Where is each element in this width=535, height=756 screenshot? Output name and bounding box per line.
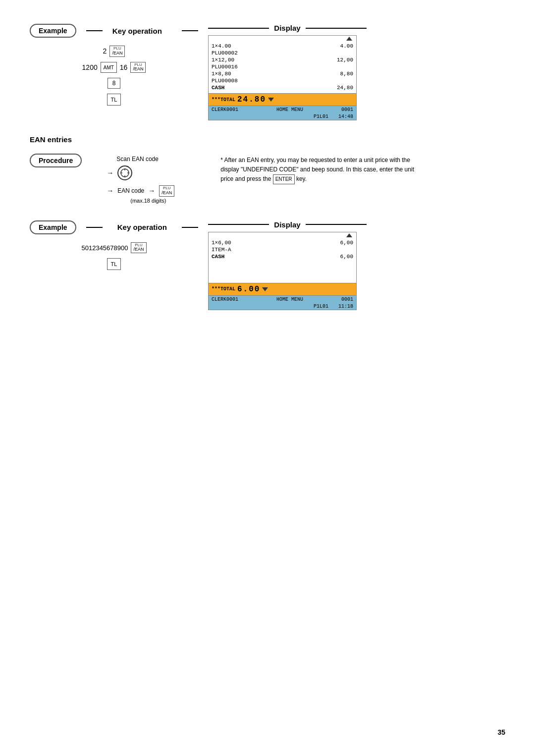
scan-crosshair-icon [117,165,132,180]
row-value [328,78,353,84]
display-row-1b: PLU00002 [212,50,353,56]
procedure-row: Procedure Scan EAN code → [30,151,505,209]
page-number: 35 [497,728,505,736]
row-label [212,268,328,273]
top-triangle-2 [346,233,352,237]
ean-code-label: EAN code [117,187,144,194]
total-label-2: ***TOTAL [212,286,235,292]
ean-note: * After an EAN entry, you may be request… [220,151,428,184]
note-text-content: * After an EAN entry, you may be request… [220,157,414,182]
footer-home-menu: HOME MENU [276,107,303,112]
key-op-diagram-2: 5012345678900 PLU /EAN TL [30,237,198,278]
display-row-1f: PLU00008 [212,77,353,84]
row-value [328,268,353,273]
row-value [328,247,353,253]
row-value [328,274,353,280]
row-value [328,50,353,56]
section2-layout: Example Key operation 5012345678900 PLU … [30,220,505,310]
key-op-diagram-1: 2 PLU /EAN 1200 AMT 16 PLU /EAN [30,41,198,113]
note-text-end: key. [296,175,307,182]
plu-ean-btn-ex2: PLU /EAN [131,242,146,254]
footer-p1l01-2: P1L01 [314,304,328,309]
crosshair-svg [119,167,130,178]
ean-subtext: (max.18 digits) [130,198,196,204]
display-row-2d [212,260,353,267]
plu-ean-btn-2: PLU /EAN [130,62,146,73]
display-total-1: ***TOTAL 24.80 [209,93,356,106]
row-value: 6,00 [328,240,353,246]
row-label [212,274,328,280]
row-label: PLU00002 [212,50,328,56]
footer-clerk-2: CLERK0001 [212,297,238,302]
footer-p1l01-val: P1L01 [314,114,328,119]
plu-ean-proc-btn: PLU /EAN [159,185,174,197]
display-row-2b: ITEM-A [212,246,353,253]
row-value: 6,00 [328,254,353,260]
display-row-1d: PLU00016 [212,63,353,70]
enter-key-inline: ENTER [273,174,295,184]
page: Example Key operation 2 PLU /EAN [0,0,535,345]
row-label: 1×6,00 [212,240,328,246]
display-footer-1b: P1L01 14:48 [209,113,356,120]
display-total-2: ***TOTAL 6.00 [209,283,356,295]
arrow-scan: → [107,169,113,177]
key-number-16: 16 [120,63,128,71]
row-value: 24,80 [328,85,353,91]
example-badge-1: Example [30,24,76,38]
section-1: Example Key operation 2 PLU /EAN [30,24,505,120]
row-value [328,261,353,267]
row-value: 4.00 [328,43,353,49]
total-label-1: ***TOTAL [212,97,235,103]
top-triangle-1 [346,37,352,41]
key-op-header-2: Key operation [112,223,172,231]
footer-home-menu-2: HOME MENU [276,297,303,302]
row-value [328,64,353,70]
section2-top: Example Key operation [30,220,198,234]
arrow-plu-ean: → [148,187,155,195]
key-8: 8 [107,78,120,89]
display-row-2a: 1×6,00 6,00 [212,239,353,246]
footer-num-2: 0001 [341,297,353,302]
key-row-ean-1: 5012345678900 PLU /EAN [81,242,146,254]
procedure-badge-wrap: Procedure [30,151,82,167]
display-header-2: Display [269,220,305,229]
key-row-tl-2: TL [107,258,121,270]
row-value: 8,80 [328,71,353,77]
procedure-diagram: Scan EAN code → [97,151,206,209]
tl-btn-1: TL [107,94,121,106]
display-footer-2b: P1L01 11:18 [209,303,356,310]
display-row-2e [212,267,353,274]
display-row-1g: CASH 24,80 [212,84,353,91]
display-row-1a: 1×4.00 4.00 [212,43,353,50]
display-rows-1: 1×4.00 4.00 PLU00002 1×12,00 12,00 PL [209,41,356,93]
ean-code-line: → EAN code → PLU /EAN [102,185,196,197]
row-label: 1×12,00 [212,57,328,63]
display-row-1e: 1×8,80 8,80 [212,70,353,77]
display-row-2f [212,274,353,281]
footer-num: 0001 [341,107,353,112]
ean-section: EAN entries Procedure Scan EAN code → [30,135,505,209]
scan-line: → [102,165,196,180]
section1-right: Display 1×4.00 4.00 PLU00002 [198,24,367,120]
row-label: 1×8,80 [212,71,328,77]
down-triangle-1 [268,98,274,102]
key-row-1: 2 PLU /EAN [103,46,125,57]
key-row-2: 1200 AMT 16 PLU /EAN [82,62,146,73]
row-label: ITEM-A [212,247,328,253]
arrow-ean: → [107,187,113,195]
key-number-2: 2 [103,47,107,55]
key-row-4: TL [107,94,121,106]
display-row-1c: 1×12,00 12,00 [212,56,353,63]
footer-time-1: 14:48 [338,114,353,119]
display-footer-2a: CLERK0001 HOME MENU 0001 [209,295,356,303]
row-label: CASH [212,254,328,260]
footer-time-2: 11:18 [338,304,353,309]
ean-number: 5012345678900 [81,244,128,252]
section2-right: Display 1×6,00 6,00 ITEM-A [198,220,367,310]
total-value-2: 6.00 [237,285,260,294]
total-value-1: 24.80 [237,95,266,104]
scan-label: Scan EAN code [116,156,196,162]
down-triangle-2 [262,287,268,291]
row-label: PLU00008 [212,78,328,84]
display-terminal-1: 1×4.00 4.00 PLU00002 1×12,00 12,00 PL [208,35,357,120]
